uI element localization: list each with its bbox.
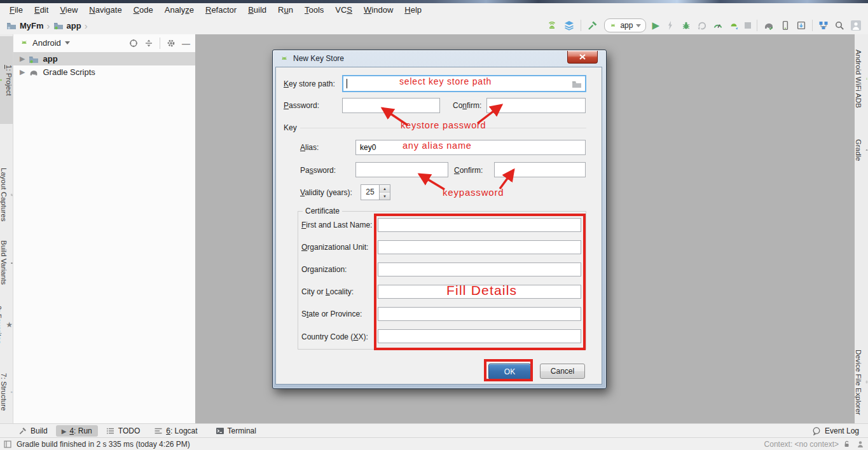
wifi-adb-icon[interactable] (546, 20, 558, 31)
city-locality-input[interactable] (378, 285, 581, 299)
structure-icon (11, 388, 13, 397)
event-log-button[interactable]: Event Log (812, 426, 859, 435)
validity-value: 25 (361, 185, 379, 200)
spinner-down-icon[interactable]: ▼ (380, 193, 390, 200)
breadcrumb-module[interactable]: app (67, 21, 81, 31)
tab-todo[interactable]: TODO (100, 425, 146, 437)
menu-vcs[interactable]: VCS (329, 4, 358, 16)
menu-refactor[interactable]: Refactor (200, 4, 242, 16)
tab-terminal[interactable]: Terminal (210, 425, 262, 437)
menu-tools[interactable]: Tools (299, 4, 329, 16)
gradle-sync-icon[interactable] (763, 20, 775, 31)
tab-structure[interactable]: 7: Structure (0, 359, 13, 425)
country-code-input[interactable] (378, 329, 581, 343)
profiler-icon[interactable] (713, 20, 723, 31)
key-confirm-input[interactable] (494, 162, 586, 177)
browse-folder-icon[interactable] (572, 79, 582, 89)
locate-icon[interactable] (129, 39, 138, 48)
alias-input[interactable]: key0 (355, 140, 586, 155)
chevron-down-icon (65, 41, 70, 44)
tree-item-label: Gradle Scripts (43, 67, 95, 77)
attach-debugger-icon (697, 20, 707, 31)
breadcrumb-project[interactable]: MyFm (20, 21, 44, 31)
tab-favorites[interactable]: ★ 2: Favorites (0, 294, 13, 356)
apply-code-changes-icon[interactable] (729, 20, 739, 31)
todo-list-icon (106, 426, 115, 435)
status-bar: Gradle build finished in 2 s 335 ms (tod… (0, 437, 868, 450)
run-icon[interactable]: ▶ (652, 20, 659, 31)
toolbar-separator2 (757, 20, 757, 31)
spinner-up-icon[interactable]: ▲ (380, 185, 390, 193)
expand-chevron-icon[interactable]: ▶ (20, 55, 25, 63)
breadcrumb-separator: › (47, 20, 50, 31)
run-configuration-select[interactable]: app (604, 18, 646, 32)
device-manager-icon[interactable] (780, 20, 790, 31)
terminal-icon (216, 426, 224, 435)
close-button[interactable] (567, 51, 598, 64)
sdk-manager-icon[interactable] (796, 20, 806, 31)
tab-project[interactable]: 1: Project (0, 36, 13, 124)
menu-build[interactable]: Build (242, 4, 272, 16)
tab-build-variants[interactable]: Build Variants (0, 230, 13, 296)
cancel-button[interactable]: Cancel (540, 364, 585, 379)
avatar-icon[interactable] (850, 20, 862, 31)
key-store-path-input[interactable] (342, 75, 586, 92)
build-hammer-icon[interactable] (587, 20, 598, 31)
tab-android-wifi-adb[interactable]: Android WiFi ADB (855, 38, 868, 119)
tab-layout-captures[interactable]: Layout Captures (0, 159, 13, 231)
breadcrumb: MyFm › app › (0, 20, 88, 31)
tab-logcat[interactable]: 6: Logcat (148, 425, 203, 437)
debug-bug-icon[interactable] (681, 20, 691, 31)
first-last-name-input[interactable] (378, 218, 581, 232)
validity-spinner[interactable]: 25 ▲ ▼ (361, 184, 390, 200)
organizational-unit-input[interactable] (378, 240, 581, 254)
keystore-password-input[interactable] (342, 98, 440, 113)
module-folder-icon (53, 20, 64, 31)
settings-gear-icon[interactable] (167, 39, 176, 48)
organizational-unit-label: Organizational Unit: (301, 243, 368, 252)
tree-item-app[interactable]: ▶ app (13, 52, 195, 65)
project-structure-icon[interactable] (818, 20, 829, 31)
tab-run[interactable]: ▶ 4: Run (56, 425, 98, 437)
key-section-label: Key (284, 123, 297, 132)
ok-button[interactable]: OK (488, 364, 531, 379)
tab-gradle[interactable]: Gradle (855, 125, 868, 175)
status-message[interactable]: Gradle build finished in 2 s 335 ms (tod… (17, 440, 190, 449)
tree-item-gradle-scripts[interactable]: ▶ Gradle Scripts (13, 65, 195, 79)
menu-code[interactable]: Code (128, 4, 159, 16)
keystore-confirm-input[interactable] (486, 98, 586, 113)
menu-analyze[interactable]: Analyze (159, 4, 200, 16)
country-code-label: Country Code (XX): (301, 332, 368, 341)
lock-icon[interactable] (843, 440, 851, 448)
dialog-body: Key store path: Password: Confirm: Key A… (275, 67, 602, 385)
android-icon (20, 38, 29, 47)
menu-window[interactable]: Window (358, 4, 399, 16)
expand-chevron-icon[interactable]: ▶ (20, 68, 25, 76)
tab-device-file-explorer[interactable]: Device File Explorer (855, 338, 868, 426)
project-view-selector[interactable]: Android (32, 38, 61, 48)
dialog-titlebar[interactable]: New Key Store (273, 50, 606, 66)
organization-input[interactable] (378, 262, 581, 276)
menu-file[interactable]: File (4, 4, 29, 16)
layers-icon[interactable] (563, 20, 575, 31)
menu-run[interactable]: Run (272, 4, 299, 16)
panel-separator (160, 38, 160, 49)
key-section-separator (300, 128, 586, 128)
menu-help[interactable]: Help (399, 4, 427, 16)
run-icon: ▶ (62, 428, 67, 435)
tab-build[interactable]: Build (13, 425, 53, 437)
menu-edit[interactable]: Edit (29, 4, 54, 16)
hide-panel-icon[interactable]: — (182, 39, 190, 48)
menu-navigate[interactable]: Navigate (83, 4, 127, 16)
toolwindow-toggle-icon[interactable] (4, 440, 11, 448)
key-password-input[interactable] (355, 162, 448, 177)
state-province-input[interactable] (378, 307, 581, 321)
status-context: Context: <no context> (764, 440, 839, 449)
alias-label: Alias: (300, 143, 319, 152)
search-icon[interactable] (834, 20, 844, 31)
left-tool-stripe: 1: Project Layout Captures Build Variant… (0, 34, 13, 423)
menu-view[interactable]: View (54, 4, 83, 16)
city-locality-label: City or Locality: (301, 287, 354, 296)
hector-notifications-icon[interactable] (857, 440, 864, 448)
collapse-all-icon[interactable] (144, 39, 153, 48)
